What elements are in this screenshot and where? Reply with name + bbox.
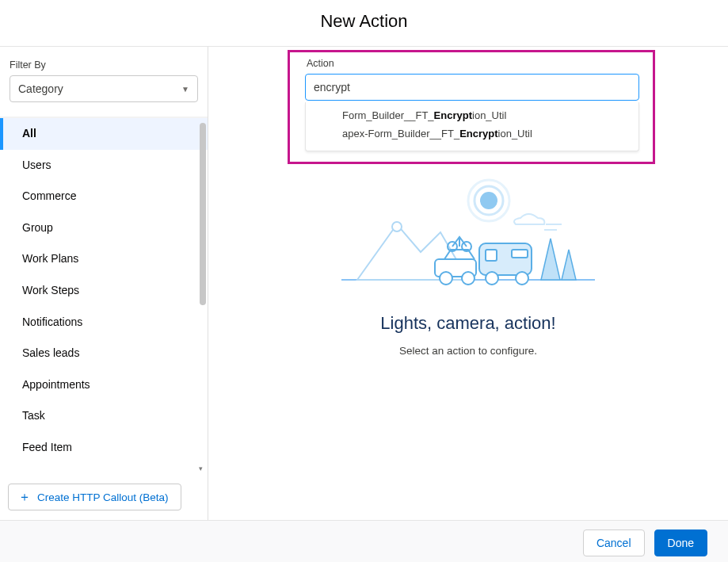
svg-rect-7 [486, 250, 497, 261]
scrollbar[interactable]: ▾ [200, 123, 206, 471]
sidebar: Filter By Category ▼ AllUsersCommerceGro… [0, 47, 208, 520]
main-panel: Action Form_Builder__FT_Encryption_Utila… [208, 47, 728, 520]
sidebar-item-notifications[interactable]: Notifications [0, 307, 208, 338]
done-button[interactable]: Done [654, 530, 707, 556]
modal-title: New Action [0, 0, 728, 46]
svg-rect-8 [512, 250, 528, 258]
plus-icon: ＋ [18, 489, 31, 506]
sidebar-item-feed-item[interactable]: Feed Item [0, 432, 208, 464]
action-suggestions: Form_Builder__FT_Encryption_Utilapex-For… [305, 102, 639, 151]
sidebar-item-work-plans[interactable]: Work Plans [0, 243, 208, 275]
action-search-input[interactable] [305, 74, 639, 101]
sidebar-item-appointments[interactable]: Appointments [0, 369, 208, 401]
create-http-callout-button[interactable]: ＋ Create HTTP Callout (Beta) [8, 484, 181, 510]
cancel-button[interactable]: Cancel [583, 530, 645, 556]
sidebar-item-all[interactable]: All [0, 118, 208, 150]
action-field-label: Action [307, 58, 334, 69]
chevron-down-icon: ▼ [181, 85, 189, 94]
sidebar-item-users[interactable]: Users [0, 150, 208, 182]
svg-point-1 [480, 192, 497, 209]
modal-footer: Cancel Done [0, 520, 728, 562]
empty-state-illustration [334, 177, 603, 296]
empty-state-title: Lights, camera, action! [326, 313, 611, 334]
filter-by-label: Filter By [0, 59, 208, 75]
sidebar-item-task[interactable]: Task [0, 400, 208, 432]
category-list: AllUsersCommerceGroupWork PlansWork Step… [0, 117, 208, 476]
svg-point-0 [392, 222, 402, 231]
scroll-down-icon[interactable]: ▾ [199, 465, 203, 472]
empty-state: Lights, camera, action! Select an action… [326, 177, 611, 357]
sidebar-item-commerce[interactable]: Commerce [0, 181, 208, 212]
svg-point-9 [486, 272, 498, 285]
svg-point-13 [462, 272, 475, 285]
scrollbar-thumb[interactable] [200, 123, 206, 305]
filter-category-select[interactable]: Category ▼ [10, 75, 198, 102]
action-suggestion-1[interactable]: apex-Form_Builder__FT_Encryption_Util [306, 125, 638, 143]
http-callout-label: Create HTTP Callout (Beta) [37, 491, 169, 503]
svg-point-12 [440, 272, 452, 285]
filter-select-value: Category [18, 82, 63, 95]
svg-point-10 [516, 272, 528, 285]
sidebar-item-group[interactable]: Group [0, 212, 208, 244]
empty-state-subtitle: Select an action to configure. [326, 345, 611, 357]
sidebar-item-work-steps[interactable]: Work Steps [0, 275, 208, 307]
sidebar-item-sales-leads[interactable]: Sales leads [0, 338, 208, 369]
action-suggestion-0[interactable]: Form_Builder__FT_Encryption_Util [306, 107, 638, 125]
